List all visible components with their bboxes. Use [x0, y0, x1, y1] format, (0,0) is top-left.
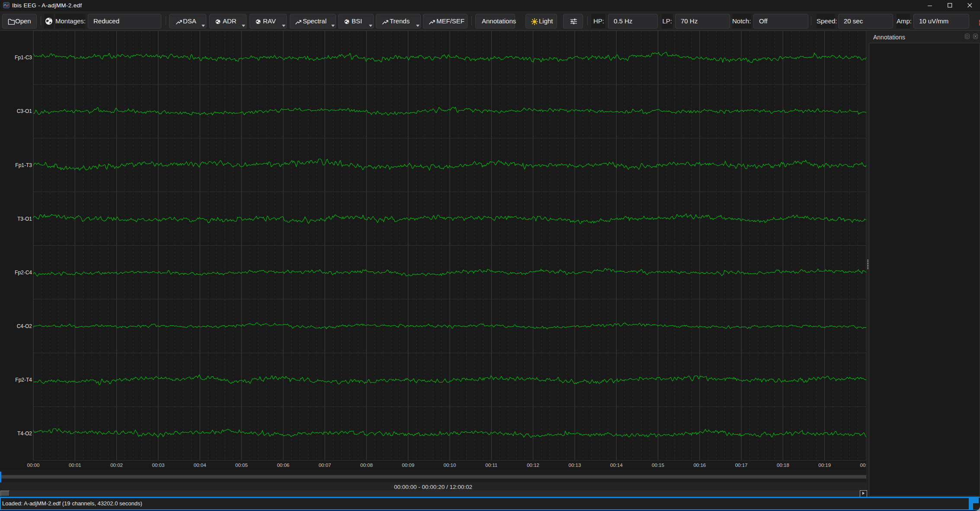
svg-text:C4-O2: C4-O2: [17, 323, 32, 329]
svg-text:Fp2-T4: Fp2-T4: [15, 377, 32, 383]
svg-text:00:17: 00:17: [735, 463, 748, 468]
svg-text:00:19: 00:19: [818, 463, 831, 468]
svg-text:00:05: 00:05: [235, 463, 248, 468]
svg-text:00:04: 00:04: [194, 463, 206, 468]
svg-text:00:08: 00:08: [360, 463, 373, 468]
svg-text:00:06: 00:06: [277, 463, 289, 468]
svg-text:00:12: 00:12: [527, 463, 539, 468]
svg-text:00:15: 00:15: [652, 463, 664, 468]
svg-text:00:18: 00:18: [777, 463, 789, 468]
svg-text:00:09: 00:09: [402, 463, 414, 468]
svg-text:T4-O2: T4-O2: [17, 431, 32, 437]
svg-text:Fp1-C3: Fp1-C3: [15, 55, 32, 61]
svg-text:00:20: 00:20: [860, 463, 866, 468]
svg-text:Fp2-C4: Fp2-C4: [15, 270, 32, 276]
svg-text:00:10: 00:10: [444, 463, 456, 468]
svg-text:00:03: 00:03: [152, 463, 165, 468]
svg-text:C3-O1: C3-O1: [17, 108, 32, 114]
svg-text:T3-O1: T3-O1: [17, 216, 32, 222]
svg-text:Fp1-T3: Fp1-T3: [15, 162, 32, 168]
svg-text:00:00: 00:00: [27, 463, 40, 468]
svg-text:00:02: 00:02: [110, 463, 123, 468]
svg-text:00:14: 00:14: [610, 463, 623, 468]
svg-text:00:16: 00:16: [693, 463, 706, 468]
svg-text:00:01: 00:01: [69, 463, 81, 468]
svg-text:00:13: 00:13: [569, 463, 581, 468]
svg-text:00:07: 00:07: [319, 463, 331, 468]
svg-text:00:11: 00:11: [485, 463, 497, 468]
